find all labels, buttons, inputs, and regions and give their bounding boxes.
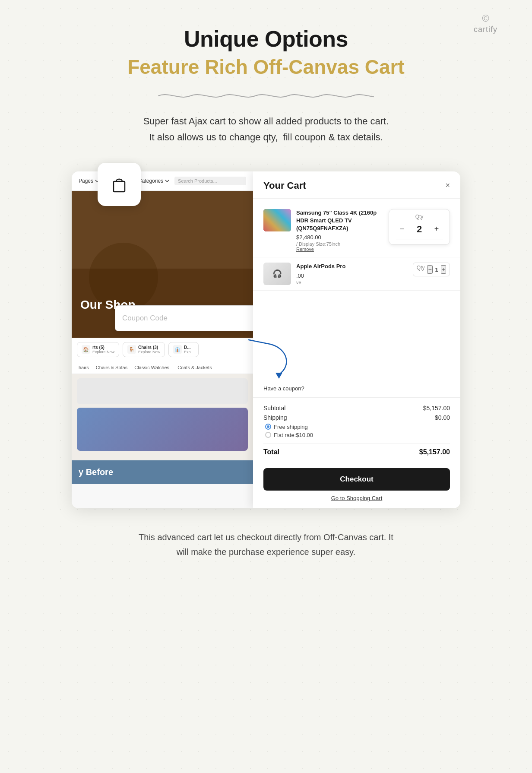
checkout-button[interactable]: Checkout <box>263 468 450 491</box>
qty-decrease-0[interactable]: − <box>396 223 408 235</box>
qty-control-0: Qty − 2 + <box>389 209 450 245</box>
cat-btn-0[interactable]: 🏠 rts (5) Explore Now <box>77 342 119 357</box>
cart-item-1: 🎧 Apple AirPods Pro .00 ve Qty − 1 + <box>253 257 460 291</box>
cart-header: Your Cart × <box>253 171 460 199</box>
bag-icon <box>108 174 130 195</box>
item-price-1: .00 <box>296 272 408 279</box>
categories-row: 🏠 rts (5) Explore Now 🪑 Chairs (3) Explo… <box>72 338 253 361</box>
product-area <box>72 374 253 460</box>
cat-nav: hairs Chairs & Sofas Classic Watches. Co… <box>72 361 253 374</box>
sub-heading: Feature Rich Off-Canvas Cart <box>127 55 405 79</box>
total-value: $5,157.00 <box>419 448 450 456</box>
cat-btn-1[interactable]: 🪑 Chairs (3) Explore Now <box>123 342 165 357</box>
shipping-row: Shipping $0.00 <box>263 414 450 421</box>
bottom-description: This advanced cart let us checkout direc… <box>139 530 393 559</box>
qty-control-1: Qty − 1 + <box>413 263 450 276</box>
qty-increase-1[interactable]: + <box>441 265 446 274</box>
goto-cart-link[interactable]: Go to Shopping Cart <box>263 495 450 501</box>
checkout-section: Checkout Go to Shopping Cart <box>253 463 460 508</box>
before-area: y Before <box>72 460 253 484</box>
qty-label-1: Qty <box>417 265 425 271</box>
shop-page-bg: Pages Blocks All Categories Search Produ… <box>72 171 253 508</box>
item-price-0: $2,480.00 <box>296 234 383 241</box>
item-details-1: Apple AirPods Pro .00 ve <box>296 263 408 285</box>
logo: © cartify <box>474 13 497 34</box>
qty-value-1: 1 <box>435 266 438 273</box>
logo-icon: © <box>482 13 489 24</box>
item-meta-1: ve <box>296 280 408 285</box>
qty-value-0: 2 <box>414 224 424 235</box>
arrow-annotation <box>244 331 331 389</box>
shipping-flat[interactable]: Flat rate:$10.00 <box>265 432 450 438</box>
item-name-1: Apple AirPods Pro <box>296 263 408 270</box>
item-thumb-0 <box>263 209 291 231</box>
shipping-value: $0.00 <box>435 414 450 421</box>
description-text: Super fast Ajax cart to show all added p… <box>143 113 389 146</box>
cart-item-0: Samsung 75" Class 4K (2160p HDR Smart QL… <box>253 204 460 258</box>
qty-decrease-1[interactable]: − <box>427 265 432 274</box>
svg-marker-1 <box>276 373 282 379</box>
shop-icon-float <box>98 163 141 206</box>
close-cart-button[interactable]: × <box>445 181 450 190</box>
subtotal-value: $5,157.00 <box>423 405 450 412</box>
total-label: Total <box>263 448 279 456</box>
shipping-free[interactable]: Free shipping <box>265 424 450 430</box>
qty-increase-0[interactable]: + <box>431 223 443 235</box>
search-bar[interactable]: Search Products... <box>174 177 246 185</box>
item-name-0: Samsung 75" Class 4K (2160p HDR Smart QL… <box>296 209 383 233</box>
logo-text: cartify <box>474 25 497 34</box>
svg-rect-0 <box>114 181 125 192</box>
qty-label-0: Qty <box>415 214 424 220</box>
cat-btn-2[interactable]: 👔 D... Exp... <box>168 342 199 357</box>
wavy-divider <box>158 92 374 100</box>
shipping-label: Shipping <box>263 414 287 421</box>
main-heading: Unique Options <box>184 26 348 52</box>
item-thumb-1: 🎧 <box>263 263 291 285</box>
shipping-options: Free shipping Flat rate:$10.00 <box>263 424 450 438</box>
demo-wrapper: Pages Blocks All Categories Search Produ… <box>72 171 460 508</box>
nav-pages[interactable]: Pages <box>79 178 99 184</box>
radio-flat <box>265 432 271 438</box>
subtotal-row: Subtotal $5,157.00 <box>263 405 450 412</box>
subtotal-label: Subtotal <box>263 405 285 412</box>
item-details-0: Samsung 75" Class 4K (2160p HDR Smart QL… <box>296 209 383 252</box>
cart-totals: Subtotal $5,157.00 Shipping $0.00 Free s… <box>253 397 460 463</box>
shipping-flat-label: Flat rate:$10.00 <box>274 432 313 438</box>
demo-container: Pages Blocks All Categories Search Produ… <box>72 171 460 508</box>
qty-row-0: − 2 + <box>396 223 443 235</box>
radio-free <box>265 424 271 430</box>
item-meta-0: / Display Size:75inch <box>296 241 383 247</box>
total-final-row: Total $5,157.00 <box>263 444 450 456</box>
cart-title: Your Cart <box>263 180 306 191</box>
shipping-free-label: Free shipping <box>274 424 308 430</box>
item-remove-0[interactable]: Remove <box>296 247 383 252</box>
